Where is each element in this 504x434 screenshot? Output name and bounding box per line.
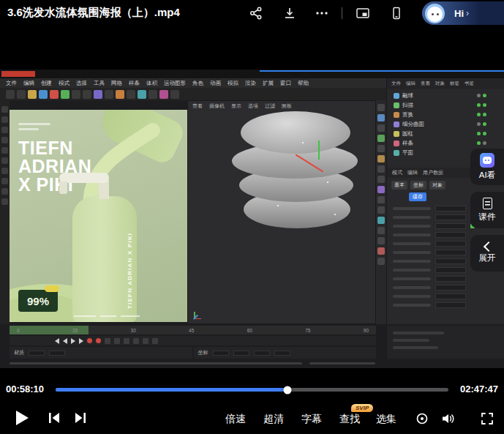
c4d-menu-item: 文件 xyxy=(6,80,17,87)
c4d-left-tool-strip xyxy=(0,100,10,324)
c4d-timeline-ruler: 0 15 30 45 60 75 90 xyxy=(10,326,376,334)
video-title: 3.6洗发水流体氛围海报（上）.mp4 xyxy=(7,6,180,20)
om-tab: 对象 xyxy=(435,81,445,87)
pip-icon[interactable] xyxy=(356,6,370,20)
palette-icon xyxy=(377,104,385,111)
progress-handle[interactable] xyxy=(283,386,291,394)
c4d-progress-line xyxy=(260,70,504,72)
toolbar-icon xyxy=(159,90,168,99)
ai-icon xyxy=(480,153,494,168)
account-pill[interactable]: Hi › xyxy=(422,1,504,25)
play-button[interactable] xyxy=(16,411,29,425)
attr-header-item: 用户数据 xyxy=(423,169,443,176)
volume-icon[interactable] xyxy=(440,411,455,426)
tool-icon xyxy=(1,157,8,164)
tool-icon xyxy=(1,178,8,184)
subtitle-button[interactable]: 字幕 xyxy=(301,413,322,426)
c4d-bottom-panels: 材质 坐标 xyxy=(10,347,376,359)
toolbar-icon xyxy=(39,90,48,99)
vertex-dot xyxy=(334,214,336,215)
object-icon xyxy=(394,93,399,99)
prev-episode-button[interactable] xyxy=(47,411,61,424)
cache-button: 缓存 xyxy=(409,192,426,201)
tool-icon xyxy=(1,168,8,174)
viewport-menu-item: 摄像机 xyxy=(209,102,225,110)
avatar-eyes xyxy=(432,13,434,15)
fullscreen-icon[interactable] xyxy=(480,411,494,426)
chevron-right-icon: › xyxy=(466,8,469,18)
more-icon[interactable] xyxy=(315,6,329,20)
palette-icon xyxy=(377,258,385,265)
palette-icon xyxy=(377,165,385,173)
timeline-number: 0 xyxy=(17,328,20,333)
speed-button[interactable]: 倍速 xyxy=(225,413,246,426)
c4d-transport-controls xyxy=(10,336,376,345)
poster-badge-value: 99% xyxy=(27,295,49,307)
attribute-row xyxy=(393,301,498,310)
object-visibility-dots xyxy=(477,94,486,97)
object-name: 置换 xyxy=(402,111,413,119)
c4d-menu-item: 选择 xyxy=(76,80,87,87)
tool-icon xyxy=(1,106,8,113)
palette-icon xyxy=(377,206,385,214)
status-text-bar xyxy=(309,362,375,364)
c4d-titlebar xyxy=(0,70,504,78)
tool-icon xyxy=(1,137,8,143)
palette-icon xyxy=(377,176,385,183)
quality-button[interactable]: 超清 xyxy=(263,413,284,426)
timeline-number: 15 xyxy=(72,328,78,333)
expand-button[interactable]: 展开 xyxy=(470,235,504,272)
transport-icon xyxy=(114,338,120,344)
ai-watch-button[interactable]: AI看 xyxy=(470,149,504,185)
toolbar-icon xyxy=(28,90,37,99)
record-icon xyxy=(87,338,92,343)
palette-icon xyxy=(377,114,385,121)
tool-icon xyxy=(1,147,8,154)
go-start-icon xyxy=(55,338,59,344)
panel-bar xyxy=(393,346,438,349)
tool-icon xyxy=(1,116,8,123)
prev-frame-icon xyxy=(63,338,67,344)
attr-header-item: 编辑 xyxy=(407,169,418,176)
c4d-menu-item: 模式 xyxy=(59,80,69,87)
target-icon[interactable] xyxy=(415,411,429,426)
share-icon[interactable] xyxy=(249,6,263,20)
om-tab: 文件 xyxy=(391,81,401,87)
autokey-icon xyxy=(96,338,101,343)
object-row: 扫描 xyxy=(387,100,504,110)
palette-icon xyxy=(377,217,385,224)
om-tab: 查看 xyxy=(421,81,430,87)
courseware-label: 课件 xyxy=(479,212,496,222)
portrait-screen-icon[interactable] xyxy=(389,6,404,20)
coord-field xyxy=(233,351,249,356)
panel-bar xyxy=(393,332,444,334)
timeline-number: 60 xyxy=(247,328,252,333)
materials-panel: 材质 xyxy=(10,347,192,359)
material-slot xyxy=(29,351,45,356)
poster-headline-line: TIEFN xyxy=(18,139,91,157)
video-content[interactable]: 文件 编辑 创建 模式 选择 工具 网格 样条 体积 运动图形 角色 动画 模拟… xyxy=(0,70,504,368)
side-button-dock: AI看 课件 展开 xyxy=(470,149,504,272)
object-visibility-dots xyxy=(477,103,486,107)
palette-icon xyxy=(377,196,385,203)
player-controls: 倍速 超清 字幕 查找 SVIP 选集 xyxy=(0,403,504,434)
object-icon xyxy=(394,121,399,127)
palette-icon xyxy=(377,135,385,142)
c4d-menu-item: 动画 xyxy=(210,80,221,87)
toolbar-icon xyxy=(50,90,59,99)
attr-tab: 基本 xyxy=(391,181,407,190)
viewport-menu-item: 显示 xyxy=(231,102,241,110)
object-visibility-dots xyxy=(477,132,486,135)
attr-header-item: 模式 xyxy=(392,169,402,176)
progress-bar[interactable] xyxy=(56,388,448,392)
viewport-menu-item: 过滤 xyxy=(265,102,275,110)
viewport-menu-item: 面板 xyxy=(282,102,292,110)
expand-label: 展开 xyxy=(479,252,496,263)
courseware-button[interactable]: 课件 xyxy=(470,192,504,228)
episodes-button[interactable]: 选集 xyxy=(376,413,396,426)
download-icon[interactable] xyxy=(282,6,297,20)
next-episode-button[interactable] xyxy=(73,411,88,424)
attribute-tabs: 基本 坐标 对象 xyxy=(391,181,445,190)
coord-field xyxy=(254,351,270,356)
search-button[interactable]: 查找 xyxy=(339,413,360,426)
